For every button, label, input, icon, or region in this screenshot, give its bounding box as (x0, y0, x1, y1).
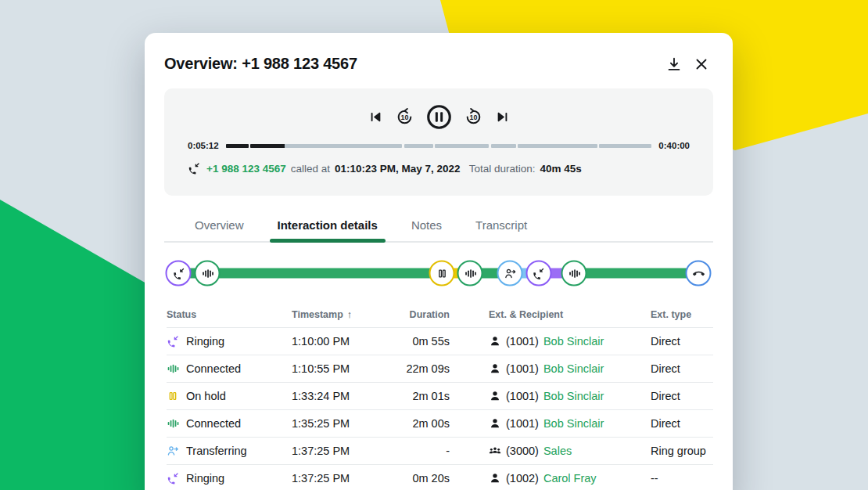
skip-back-button[interactable] (368, 110, 383, 124)
timeline-segment-green (574, 268, 698, 279)
ext-type-cell: Direct (651, 417, 712, 430)
waveform-icon (464, 267, 476, 279)
ext-type-cell: Direct (651, 390, 712, 402)
column-header-duration[interactable]: Duration (386, 309, 450, 320)
interaction-table: Status Timestamp↑ Duration Ext. & Recipi… (164, 299, 713, 490)
ring-group-icon (489, 445, 501, 457)
interaction-timeline (178, 258, 698, 288)
progress-bar[interactable] (226, 144, 652, 148)
person-icon (489, 335, 501, 348)
timeline-event-transferring[interactable] (497, 261, 523, 286)
download-icon (665, 56, 683, 73)
table-row[interactable]: Connected 1:10:55 PM 22m 09s (1001)Bob S… (167, 355, 713, 383)
column-header-ext-type[interactable]: Ext. type (651, 309, 712, 320)
timeline-event-ringing[interactable] (525, 261, 551, 286)
audio-player: 0:05:12 0:40:00 +1 988 123 4567 called a… (164, 88, 713, 196)
recipient-link[interactable]: Bob Sinclair (543, 390, 604, 402)
skip-back-icon (368, 110, 383, 124)
tab-interaction-details[interactable]: Interaction details (270, 214, 386, 241)
timeline-event-connected[interactable] (561, 261, 587, 286)
call-overview-modal: Overview: +1 988 123 4567 0:05:12 0:40:0… (145, 33, 733, 490)
table-row[interactable]: Ringing 1:37:25 PM 0m 20s (1002)Carol Fr… (167, 465, 713, 490)
on-hold-icon (167, 390, 179, 402)
extension-number: (1001) (506, 335, 539, 348)
total-time: 0:40:00 (658, 141, 690, 150)
duration-cell: 2m 00s (386, 417, 450, 430)
timeline-event-on-hold[interactable] (429, 261, 455, 286)
timestamp-cell: 1:33:24 PM (292, 390, 386, 402)
tab-bar: Overview Interaction details Notes Trans… (164, 214, 713, 243)
total-duration-value: 40m 45s (540, 163, 581, 175)
progress-segment (599, 144, 651, 148)
close-icon (693, 56, 710, 73)
status-text: On hold (186, 390, 226, 402)
forward-10-icon (464, 107, 483, 127)
status-text: Connected (186, 362, 241, 375)
timeline-event-ringing[interactable] (166, 261, 192, 286)
timeline-event-ended[interactable] (686, 261, 712, 286)
desktop-background: Overview: +1 988 123 4567 0:05:12 0:40:0… (0, 0, 868, 490)
extension-number: (1001) (506, 417, 539, 430)
table-row[interactable]: Transferring 1:37:25 PM - (3000)Sales Ri… (167, 438, 713, 465)
extension-number: (1001) (506, 390, 539, 402)
call-info: +1 988 123 4567 called at 01:10:23 PM, M… (188, 162, 690, 175)
ext-type-cell: Direct (651, 335, 712, 348)
status-text: Connected (186, 417, 241, 430)
ringing-icon (167, 335, 179, 348)
tab-overview[interactable]: Overview (187, 214, 252, 241)
column-header-status[interactable]: Status (167, 309, 292, 320)
download-button[interactable] (665, 56, 683, 73)
modal-header: Overview: +1 988 123 4567 (145, 33, 733, 88)
waveform-icon (201, 267, 213, 279)
tab-transcript[interactable]: Transcript (468, 214, 535, 241)
forward-10-button[interactable] (464, 107, 483, 127)
modal-title: Overview: +1 988 123 4567 (164, 55, 357, 73)
table-row[interactable]: On hold 1:33:24 PM 2m 01s (1001)Bob Sinc… (167, 383, 713, 410)
recipient-link[interactable]: Bob Sinclair (543, 362, 604, 375)
connected-icon (167, 362, 179, 375)
total-duration-label: Total duration: (469, 163, 536, 175)
progress-segment (404, 144, 433, 148)
column-header-ext-recipient[interactable]: Ext. & Recipient (450, 309, 651, 320)
table-row[interactable]: Connected 1:35:25 PM 2m 00s (1001)Bob Si… (167, 410, 713, 438)
connected-icon (167, 417, 179, 430)
called-at-value: 01:10:23 PM, May 7, 2022 (335, 163, 461, 175)
progress-played (250, 144, 285, 148)
rewind-10-icon (395, 107, 414, 127)
extension-number: (1001) (506, 362, 539, 375)
current-time: 0:05:12 (188, 141, 219, 150)
skip-forward-button[interactable] (495, 110, 510, 124)
ext-type-cell: Direct (651, 362, 712, 375)
timeline-event-connected[interactable] (457, 261, 483, 286)
progress-segment (491, 144, 516, 148)
timeline-event-connected[interactable] (195, 261, 221, 286)
rewind-10-button[interactable] (395, 107, 414, 127)
status-text: Ringing (186, 335, 224, 348)
progress-segment (250, 144, 402, 148)
table-row[interactable]: Ringing 1:10:00 PM 0m 55s (1001)Bob Sinc… (167, 328, 713, 355)
pause-button[interactable] (426, 104, 452, 130)
duration-cell: - (386, 445, 450, 457)
extension-number: (3000) (506, 445, 539, 457)
close-button[interactable] (693, 56, 710, 73)
recipient-link[interactable]: Bob Sinclair (543, 335, 604, 348)
progress-segment (226, 144, 249, 148)
timestamp-cell: 1:10:55 PM (292, 362, 386, 375)
phone-incoming-icon (172, 267, 185, 279)
progress-segment (518, 144, 597, 148)
status-text: Transferring (186, 445, 247, 457)
progress-played (226, 144, 249, 148)
recipient-link[interactable]: Bob Sinclair (543, 417, 604, 430)
duration-cell: 2m 01s (386, 390, 450, 402)
phone-incoming-icon (188, 162, 200, 175)
phone-incoming-icon (533, 267, 545, 279)
sort-ascending-icon: ↑ (347, 308, 353, 320)
recipient-link[interactable]: Sales (543, 445, 572, 457)
timestamp-cell: 1:10:00 PM (292, 335, 386, 348)
column-header-timestamp[interactable]: Timestamp↑ (292, 308, 386, 320)
duration-cell: 0m 20s (386, 472, 450, 485)
tab-notes[interactable]: Notes (404, 214, 450, 241)
skip-forward-icon (495, 110, 510, 124)
recipient-link[interactable]: Carol Fray (543, 472, 597, 485)
timestamp-cell: 1:35:25 PM (292, 417, 386, 430)
